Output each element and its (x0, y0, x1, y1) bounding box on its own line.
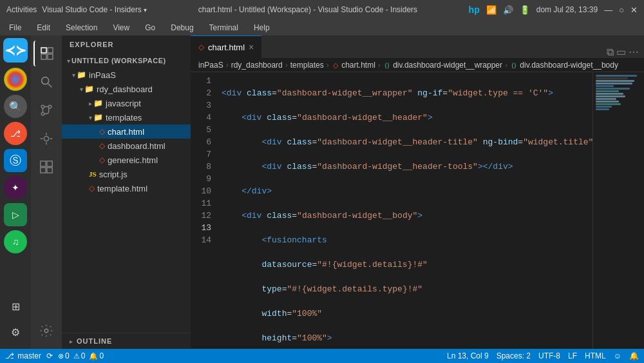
tree-item-dashboard-html[interactable]: ◇ dashboard.html (62, 139, 191, 153)
git-branch-icon: ⎇ (5, 351, 14, 360)
activity-explorer[interactable] (33, 41, 59, 66)
workspace-label: UNTITLED (WORKSPACE) (71, 57, 166, 64)
app-label: Visual Studio Code - Insiders ▾ (42, 5, 147, 14)
search-app-icon[interactable]: 🔍 (4, 95, 27, 118)
code-content[interactable]: <div class="dashboard-widget__wrapper" n… (216, 72, 592, 349)
menu-selection[interactable]: Selection (63, 22, 100, 34)
svg-point-8 (41, 105, 44, 108)
minimize-button[interactable]: — (604, 5, 612, 15)
system-icon-battery: 🔋 (520, 5, 530, 15)
spotify-icon[interactable]: ♫ (4, 230, 27, 253)
git-branch[interactable]: ⎇ master (5, 351, 41, 360)
tree-item-generic-html[interactable]: ◇ genereic.html (62, 153, 191, 167)
line-numbers: 12345 678910 11121314 (191, 72, 216, 349)
split-editor-icon[interactable]: ⧉ (607, 46, 614, 58)
cursor-position[interactable]: Ln 13, Col 9 (447, 351, 489, 360)
tree-item-inpaas[interactable]: ▾ 📁 inPaaS (62, 68, 191, 82)
tree-item-rdy-dashboard[interactable]: ▾ 📁 rdy_dashboard (62, 82, 191, 96)
tab-filename: chart.html (208, 43, 245, 52)
settings-dock-icon[interactable]: ⚙ (4, 320, 27, 344)
tree-item-script-js[interactable]: JS script.js (62, 167, 191, 181)
tree-item-workspace[interactable]: ▾ UNTITLED (WORKSPACE) (62, 54, 191, 68)
tree-item-templates[interactable]: ▾ 📁 templates (62, 110, 191, 124)
activity-settings[interactable] (33, 318, 59, 344)
file-icon-generic: ◇ (99, 155, 105, 164)
vscode-blue-icon[interactable]: Ⓢ (4, 149, 27, 172)
apps-grid-icon[interactable]: ⊞ (4, 295, 27, 318)
language-mode[interactable]: HTML (585, 351, 606, 360)
vscode-app-icon[interactable]: ≺≻ (3, 38, 28, 63)
tree-item-chart-html[interactable]: ◇ chart.html (62, 124, 191, 139)
activities-label[interactable]: Activities (6, 5, 37, 14)
menu-terminal[interactable]: Terminal (207, 22, 241, 34)
sidebar: EXPLORER ▾ UNTITLED (WORKSPACE) ▾ 📁 inPa… (62, 35, 191, 349)
git-app-icon[interactable]: ⎇ (4, 122, 27, 145)
slack-app-icon[interactable]: ✦ (4, 176, 27, 199)
activity-debug[interactable] (33, 126, 59, 152)
breadcrumb: inPaaS › rdy_dashboard › templates › ◇ c… (191, 58, 644, 72)
svg-rect-0 (41, 48, 46, 53)
javascript-label: javascript (106, 99, 141, 108)
folder-icon-rdy: 📁 (84, 84, 94, 93)
svg-rect-17 (47, 168, 52, 173)
alert-icon: 🔔 (89, 352, 98, 360)
file-tree: ▾ UNTITLED (WORKSPACE) ▾ 📁 inPaaS ▾ 📁 rd… (62, 54, 191, 195)
code-editor[interactable]: 12345 678910 11121314 <div class="dashbo… (191, 72, 644, 349)
outline-header[interactable]: ▸ OUTLINE (62, 333, 191, 349)
svg-rect-1 (48, 48, 53, 53)
encoding[interactable]: UTF-8 (538, 351, 560, 360)
menubar: File Edit Selection View Go Debug Termin… (0, 19, 644, 35)
bc-wrapper[interactable]: ⟨⟩ div.dashboard-widget__wrapper (383, 61, 502, 70)
bc-body[interactable]: ⟨⟩ div.dashboard-widget__body (510, 61, 618, 70)
file-icon-dashboard: ◇ (99, 141, 105, 150)
activity-search[interactable] (33, 69, 59, 95)
activity-bottom (33, 318, 59, 344)
window-title: chart.html - Untitled (Workspace) - Visu… (198, 5, 417, 14)
os-dock: ≺≻ 🔍 ⎇ Ⓢ ✦ ▷ ♫ ⊞ ⚙ (0, 35, 31, 349)
spaces[interactable]: Spaces: 2 (497, 351, 531, 360)
menu-view[interactable]: View (110, 22, 132, 34)
svg-rect-16 (41, 168, 46, 173)
close-button[interactable]: ✕ (630, 5, 638, 15)
menu-help[interactable]: Help (251, 22, 272, 34)
vscode2-icon[interactable]: ▷ (4, 203, 27, 226)
activity-extensions[interactable] (33, 154, 59, 180)
svg-rect-14 (41, 161, 46, 166)
hp-logo: hp (469, 5, 480, 15)
tree-item-template-html[interactable]: ◇ template.html (62, 181, 191, 195)
bc-inpaas[interactable]: inPaaS (198, 61, 223, 70)
script-js-label: script.js (99, 170, 128, 179)
chrome-app-icon[interactable] (4, 68, 27, 91)
svg-point-18 (44, 329, 48, 333)
error-count[interactable]: ⊗ 0 ⚠ 0 🔔 0 (58, 351, 104, 360)
line-ending[interactable]: LF (568, 351, 577, 360)
activity-git[interactable] (33, 97, 59, 123)
more-actions-icon[interactable]: ⋯ (629, 46, 639, 58)
file-icon-chart: ◇ (99, 127, 105, 136)
menu-file[interactable]: File (6, 22, 24, 34)
feedback-icon[interactable]: ☺ (614, 351, 621, 360)
svg-point-7 (48, 105, 52, 108)
maximize-button[interactable]: ○ (619, 5, 624, 15)
tab-close-icon[interactable]: × (249, 42, 254, 52)
outline-label: OUTLINE (77, 337, 112, 345)
bell-icon[interactable]: 🔔 (629, 351, 639, 360)
bc-file[interactable]: ◇ chart.html (332, 61, 375, 70)
folder-icon-javascript: 📁 (93, 99, 103, 108)
bc-templates[interactable]: templates (290, 61, 324, 70)
dashboard-html-label: dashboard.html (108, 141, 166, 151)
menu-edit[interactable]: Edit (34, 22, 53, 34)
tab-chart-html[interactable]: ◇ chart.html × (191, 35, 261, 58)
menu-go[interactable]: Go (142, 22, 158, 34)
datetime-label: dom Jul 28, 13:39 (536, 5, 598, 14)
menu-debug[interactable]: Debug (168, 22, 196, 34)
outline-section: ▸ OUTLINE (62, 333, 191, 349)
main-layout: ≺≻ 🔍 ⎇ Ⓢ ✦ ▷ ♫ ⊞ ⚙ (0, 35, 644, 349)
bc-rdy[interactable]: rdy_dashboard (231, 61, 283, 70)
minimap (592, 72, 644, 349)
svg-rect-2 (41, 54, 46, 59)
sync-icon[interactable]: ⟳ (46, 351, 53, 360)
tree-item-javascript[interactable]: ▸ 📁 javascript (62, 96, 191, 110)
layout-icon[interactable]: ▭ (616, 46, 626, 58)
svg-point-9 (44, 136, 48, 141)
